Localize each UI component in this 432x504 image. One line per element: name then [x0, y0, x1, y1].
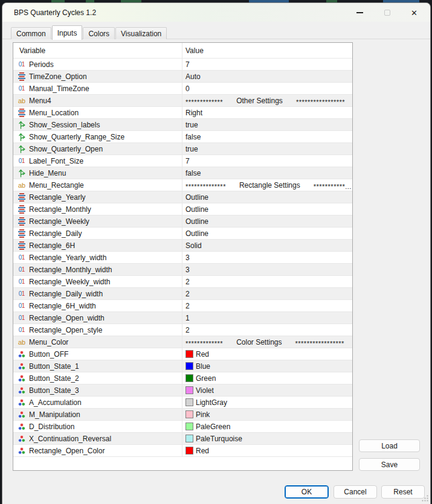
table-row[interactable]: Button_State_3 Violet: [13, 384, 352, 397]
param-value-cell[interactable]: 7: [182, 155, 352, 167]
table-row[interactable]: 01 Rectangle_Open_width 1: [13, 312, 352, 324]
param-value-cell[interactable]: Violet: [182, 384, 352, 396]
param-value: 2: [185, 302, 190, 310]
param-value-cell[interactable]: Outline: [182, 215, 352, 227]
param-value-cell[interactable]: Red: [182, 445, 352, 456]
param-value-cell[interactable]: true: [182, 143, 352, 155]
table-row[interactable]: Show_Session_labels true: [13, 119, 352, 131]
color-param-icon: [16, 350, 27, 359]
color-param-icon: [16, 410, 27, 419]
table-row[interactable]: Show_Quarterly_Range_Size false: [13, 131, 352, 143]
param-name: Show_Quarterly_Open: [29, 145, 103, 153]
param-value: Auto: [185, 72, 201, 81]
table-row[interactable]: 01 Periods 7: [13, 59, 352, 71]
param-value-cell[interactable]: LightGray: [182, 397, 352, 408]
param-name: Rectangle_Yearly: [29, 193, 86, 202]
load-button[interactable]: Load: [359, 439, 420, 452]
save-button[interactable]: Save: [359, 458, 420, 471]
separator-stars-left: *************: [185, 340, 223, 347]
param-value-cell[interactable]: Pink: [182, 409, 352, 420]
table-row[interactable]: Button_OFF Red: [13, 348, 352, 360]
enum-param-icon: [16, 72, 27, 81]
param-value-cell[interactable]: *************Color Settings*************…: [182, 336, 352, 348]
param-value-cell[interactable]: Blue: [182, 360, 352, 372]
param-value-cell[interactable]: 7: [182, 59, 352, 70]
table-row[interactable]: A_Accumulation LightGray: [13, 397, 352, 409]
param-value-cell[interactable]: false: [182, 131, 352, 142]
table-row[interactable]: 01 Label_Font_Size 7: [13, 155, 352, 167]
param-value-cell[interactable]: *************Other Settings*************…: [182, 95, 352, 106]
color-swatch: [185, 423, 193, 430]
table-row[interactable]: ab Menu4 *************Other Settings****…: [13, 95, 352, 107]
table-row[interactable]: Rectangle_Weekly Outline: [13, 215, 352, 228]
table-row[interactable]: Rectangle_Yearly Outline: [13, 191, 352, 203]
param-value-cell[interactable]: false: [182, 167, 352, 179]
table-row[interactable]: 01 Rectangle_Daily_width 2: [13, 288, 352, 300]
table-row[interactable]: ab Menu_Rectangle **************Rectangl…: [13, 179, 352, 191]
table-row[interactable]: 01 Rectangle_Weekly_width 2: [13, 276, 352, 288]
table-row[interactable]: M_Manipulation Pink: [13, 409, 352, 421]
maximize-icon: [384, 10, 390, 16]
table-row[interactable]: 01 Rectangle_6H_width 2: [13, 300, 352, 312]
table-row[interactable]: 01 Manual_TimeZone 0: [13, 83, 352, 95]
table-row[interactable]: Menu_Location Right: [13, 107, 352, 119]
param-value-cell[interactable]: 0: [182, 83, 352, 94]
tab-inputs[interactable]: Inputs: [52, 25, 83, 40]
param-value: Pink: [196, 410, 210, 419]
param-value: Right: [185, 109, 202, 117]
param-value-cell[interactable]: PaleGreen: [182, 421, 352, 432]
param-value-cell[interactable]: Green: [182, 372, 352, 384]
table-row[interactable]: Button_State_2 Green: [13, 372, 352, 384]
tab-colors[interactable]: Colors: [83, 27, 115, 39]
table-row[interactable]: 01 Rectangle_Monthly_width 3: [13, 264, 352, 276]
param-value-cell[interactable]: 3: [182, 252, 352, 263]
param-value-cell[interactable]: Outline: [182, 203, 352, 215]
table-row[interactable]: X_Continuation_Reversal PaleTurquoise: [13, 433, 352, 445]
param-value-cell[interactable]: 2: [182, 276, 352, 287]
param-value-cell[interactable]: 2: [182, 300, 352, 311]
param-name: Button_State_1: [29, 362, 79, 371]
param-name: Menu_Rectangle: [29, 181, 84, 190]
param-value-cell[interactable]: PaleTurquoise: [182, 433, 352, 444]
table-row[interactable]: ab Menu_Color *************Color Setting…: [13, 336, 352, 348]
close-button[interactable]: ✕: [401, 4, 428, 22]
table-row[interactable]: D_Distribution PaleGreen: [13, 421, 352, 433]
string-param-icon: ab: [16, 182, 27, 189]
table-row[interactable]: Button_State_1 Blue: [13, 360, 352, 372]
table-row[interactable]: Rectangle_6H Solid: [13, 240, 352, 252]
table-row[interactable]: Rectangle_Monthly Outline: [13, 203, 352, 215]
param-value-cell[interactable]: true: [182, 119, 352, 130]
param-value-cell[interactable]: Right: [182, 107, 352, 118]
param-value-cell[interactable]: Outline: [182, 191, 352, 203]
table-row[interactable]: Rectangle_Daily Outline: [13, 228, 352, 240]
tab-visualization[interactable]: Visualization: [115, 27, 167, 39]
titlebar[interactable]: BPS Quarterly Cycles 1.2 ✕: [2, 3, 430, 22]
param-value: 2: [185, 326, 190, 334]
color-swatch: [185, 447, 193, 455]
color-swatch: [185, 410, 193, 418]
int-param-icon: 01: [16, 290, 27, 297]
param-value-cell[interactable]: 2: [182, 324, 352, 336]
resize-grip-icon[interactable]: [421, 494, 429, 502]
ok-button[interactable]: OK: [285, 485, 329, 499]
param-value-cell[interactable]: 1: [182, 312, 352, 324]
tab-common[interactable]: Common: [11, 27, 51, 39]
param-value-cell[interactable]: Auto: [182, 71, 352, 82]
param-value-cell[interactable]: 3: [182, 264, 352, 275]
table-row[interactable]: TimeZone_Option Auto: [13, 71, 352, 83]
table-row[interactable]: Hide_Menu false: [13, 167, 352, 179]
table-row[interactable]: 01 Rectangle_Yearly_width 3: [13, 252, 352, 264]
param-value-cell[interactable]: 2: [182, 288, 352, 299]
param-value-cell[interactable]: Red: [182, 348, 352, 360]
minimize-button[interactable]: [346, 4, 373, 22]
reset-button[interactable]: Reset: [381, 485, 425, 499]
table-row[interactable]: Rectangle_Open_Color Red: [13, 445, 352, 457]
cancel-button[interactable]: Cancel: [334, 485, 377, 499]
param-value-cell[interactable]: Solid: [182, 240, 352, 251]
param-value: Outline: [185, 205, 208, 214]
param-value: Outline: [185, 193, 208, 202]
table-row[interactable]: 01 Rectangle_Open_style 2: [13, 324, 352, 336]
param-value-cell[interactable]: Outline: [182, 228, 352, 239]
param-value-cell[interactable]: **************Rectangle Settings********…: [182, 179, 352, 191]
table-row[interactable]: Show_Quarterly_Open true: [13, 143, 352, 155]
